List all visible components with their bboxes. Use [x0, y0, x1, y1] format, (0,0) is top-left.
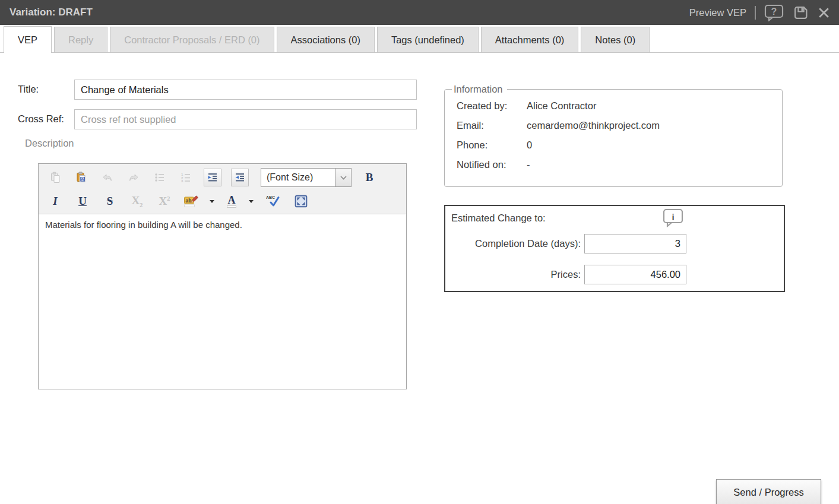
italic-button[interactable]: I	[47, 193, 64, 210]
completion-date-row: Completion Date (days):	[445, 234, 784, 253]
info-row-email: Email: cemardemo@thinkproject.com	[457, 116, 782, 135]
help-icon[interactable]: ?	[764, 4, 784, 21]
description-label: Description	[25, 138, 74, 149]
toolbar-row-2: I U S X2 X2 ab	[43, 189, 401, 213]
font-color-dropdown-arrow[interactable]	[249, 200, 254, 203]
estimated-change-panel: Estimated Change to: i Completion Date (…	[444, 205, 785, 292]
superscript-button: X2	[156, 193, 173, 210]
send-progress-button[interactable]: Send / Progress	[716, 479, 821, 504]
description-textarea[interactable]: Materials for flooring in building A wil…	[39, 214, 406, 389]
font-size-dropdown-arrow[interactable]	[335, 168, 352, 187]
tab-notes[interactable]: Notes (0)	[581, 27, 650, 52]
tab-tags[interactable]: Tags (undefined)	[377, 27, 479, 52]
svg-text:W: W	[81, 177, 84, 181]
prices-row: Prices:	[445, 265, 784, 284]
cross-ref-input[interactable]	[74, 109, 417, 129]
variation-window: { "header": { "title": "Variation: DRAFT…	[0, 0, 839, 504]
bold-button[interactable]: B	[361, 169, 378, 186]
notified-on-value: -	[527, 155, 782, 175]
subscript-button: X2	[129, 193, 145, 210]
info-row-notified-on: Notified on: -	[457, 155, 782, 175]
information-panel: Information Created by: Alice Contractor…	[444, 84, 783, 187]
tab-vep[interactable]: VEP	[4, 26, 52, 53]
email-label: Email:	[457, 116, 527, 135]
svg-text:ABC: ABC	[266, 195, 275, 199]
created-by-value: Alice Contractor	[527, 96, 782, 116]
window-titlebar: Variation: DRAFT Preview VEP ?	[0, 0, 839, 25]
created-by-label: Created by:	[457, 96, 527, 116]
phone-value: 0	[527, 135, 782, 155]
info-row-phone: Phone: 0	[457, 135, 782, 155]
titlebar-divider	[755, 6, 756, 20]
editor-toolbar: W	[39, 164, 406, 214]
description-editor: W	[38, 163, 407, 389]
spellcheck-icon[interactable]: ABC	[264, 193, 282, 210]
close-icon[interactable]	[817, 6, 831, 20]
title-input[interactable]	[74, 80, 417, 100]
prices-label: Prices:	[445, 269, 581, 280]
font-color-icon[interactable]: A	[225, 193, 238, 210]
maximize-icon[interactable]	[293, 193, 309, 210]
underline-button[interactable]: U	[74, 193, 91, 210]
strikethrough-button[interactable]: S	[102, 193, 118, 210]
completion-date-label: Completion Date (days):	[445, 238, 581, 249]
svg-text:?: ?	[771, 7, 777, 17]
info-icon[interactable]: i	[663, 208, 684, 230]
bullet-list-icon[interactable]	[151, 169, 168, 186]
numbered-list-icon[interactable]: 1 2 3	[178, 169, 194, 186]
tab-contractor-proposals-erd: Contractor Proposals / ERD (0)	[110, 27, 274, 52]
redo-icon[interactable]	[125, 169, 142, 186]
svg-text:i: i	[672, 212, 674, 222]
estimated-change-title: Estimated Change to:	[451, 213, 546, 224]
svg-text:3: 3	[181, 179, 183, 183]
information-legend: Information	[452, 84, 507, 95]
titlebar-actions: Preview VEP ?	[689, 4, 831, 21]
preview-vep-button[interactable]: Preview VEP	[689, 7, 746, 18]
save-icon[interactable]	[793, 5, 809, 21]
paste-icon[interactable]	[47, 169, 64, 186]
svg-text:ab: ab	[186, 197, 192, 203]
outdent-icon[interactable]	[231, 169, 249, 186]
paste-from-word-icon[interactable]: W	[73, 169, 90, 186]
tab-bar: VEP Reply Contractor Proposals / ERD (0)…	[0, 25, 839, 53]
tab-attachments[interactable]: Attachments (0)	[481, 27, 578, 52]
tab-associations[interactable]: Associations (0)	[277, 27, 375, 52]
prices-input[interactable]	[584, 265, 686, 284]
highlight-dropdown-arrow[interactable]	[210, 200, 214, 203]
title-label: Title:	[18, 84, 39, 95]
window-title: Variation: DRAFT	[10, 7, 93, 18]
email-value: cemardemo@thinkproject.com	[527, 116, 782, 135]
info-row-created-by: Created by: Alice Contractor	[457, 96, 782, 116]
toolbar-row-1: W	[43, 166, 401, 189]
font-size-value: (Font Size)	[261, 168, 335, 187]
indent-icon[interactable]	[204, 169, 221, 186]
font-size-select[interactable]: (Font Size)	[261, 168, 352, 187]
tab-reply: Reply	[54, 27, 107, 52]
highlight-icon[interactable]: ab	[183, 193, 199, 210]
completion-date-input[interactable]	[584, 234, 686, 253]
notified-on-label: Notified on:	[457, 155, 527, 175]
phone-label: Phone:	[457, 135, 527, 155]
cross-ref-label: Cross Ref:	[18, 113, 64, 125]
undo-icon[interactable]	[99, 169, 116, 186]
